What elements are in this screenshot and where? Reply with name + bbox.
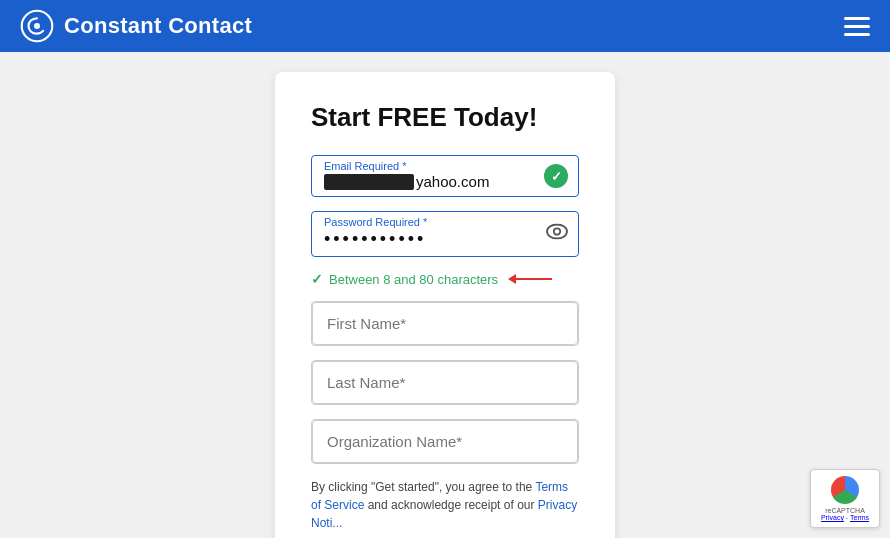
first-name-field-wrapper xyxy=(311,301,579,346)
recaptcha-links: Privacy - Terms xyxy=(816,514,874,521)
hint-check-icon: ✓ xyxy=(311,271,323,287)
email-suffix: yahoo.com xyxy=(416,173,489,190)
arrow-head-icon xyxy=(508,274,516,284)
arrow-annotation xyxy=(508,274,552,284)
last-name-field-wrapper xyxy=(311,360,579,405)
email-label: Email Required * xyxy=(324,160,566,172)
svg-point-1 xyxy=(34,23,40,29)
password-hint: ✓ Between 8 and 80 characters xyxy=(311,271,579,287)
site-header: Constant Contact xyxy=(0,0,890,52)
page-title: Start FREE Today! xyxy=(311,102,579,133)
recaptcha-badge: reCAPTCHA Privacy - Terms xyxy=(810,469,880,528)
recaptcha-terms-link[interactable]: Terms xyxy=(850,514,869,521)
recaptcha-label: reCAPTCHA xyxy=(816,507,874,514)
last-name-input[interactable] xyxy=(312,361,578,404)
legal-middle-text: and acknowledge receipt of our xyxy=(364,498,537,512)
logo-icon xyxy=(20,9,54,43)
logo-text: Constant Contact xyxy=(64,13,252,39)
svg-point-3 xyxy=(554,228,560,234)
main-content: Start FREE Today! Email Required * yahoo… xyxy=(0,52,890,538)
legal-text: By clicking "Get started", you agree to … xyxy=(311,478,579,532)
recaptcha-circle-icon xyxy=(831,476,859,504)
email-field-wrapper: Email Required * yahoo.com xyxy=(311,155,579,197)
svg-point-2 xyxy=(547,225,567,239)
org-name-field-wrapper xyxy=(311,419,579,464)
password-input[interactable] xyxy=(324,229,536,250)
check-circle-icon xyxy=(544,164,568,188)
password-field-wrapper: Password Required * xyxy=(311,211,579,257)
recaptcha-logo xyxy=(816,476,874,504)
toggle-password-visibility-button[interactable] xyxy=(546,224,568,245)
hint-text: Between 8 and 80 characters xyxy=(329,272,498,287)
first-name-input[interactable] xyxy=(312,302,578,345)
email-valid-indicator xyxy=(544,164,568,188)
legal-before-text: By clicking "Get started", you agree to … xyxy=(311,480,535,494)
logo: Constant Contact xyxy=(20,9,252,43)
org-name-input[interactable] xyxy=(312,420,578,463)
signup-card: Start FREE Today! Email Required * yahoo… xyxy=(275,72,615,538)
email-masked-value xyxy=(324,174,414,190)
hamburger-menu-button[interactable] xyxy=(844,17,870,36)
recaptcha-privacy-link[interactable]: Privacy xyxy=(821,514,844,521)
password-label: Password Required * xyxy=(324,216,566,228)
arrow-line xyxy=(516,278,552,280)
